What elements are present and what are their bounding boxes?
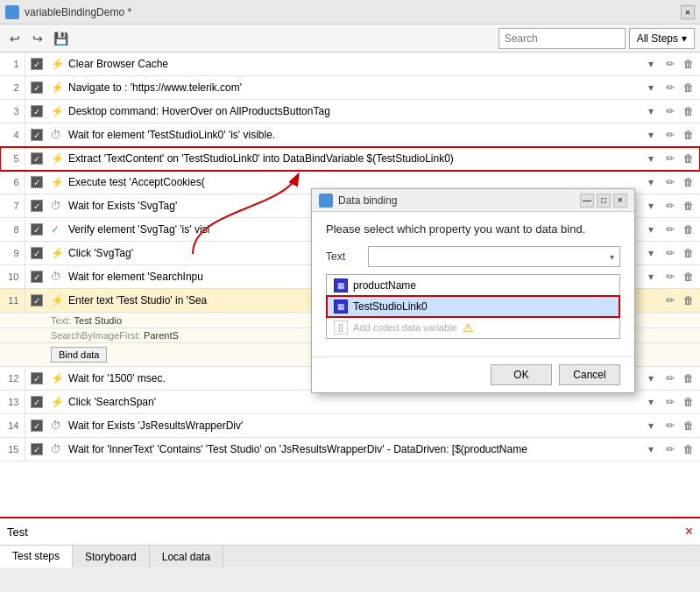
edit-icon[interactable]: ✏ <box>662 269 678 285</box>
step-checkbox[interactable]: ✓ <box>31 129 43 141</box>
delete-icon[interactable]: 🗑 <box>681 127 696 143</box>
window-close-button[interactable]: × <box>681 5 695 19</box>
expand-icon[interactable]: ▾ <box>643 56 659 72</box>
delete-icon[interactable]: 🗑 <box>681 394 696 410</box>
delete-icon[interactable]: 🗑 <box>681 103 696 119</box>
delete-icon[interactable]: 🗑 <box>681 269 696 285</box>
step-checkbox[interactable]: ✓ <box>31 152 43 165</box>
edit-icon[interactable]: ✏ <box>662 103 678 119</box>
step-checkbox[interactable]: ✓ <box>31 419 43 432</box>
expand-icon[interactable]: ▾ <box>643 269 659 285</box>
delete-icon[interactable]: 🗑 <box>681 174 696 190</box>
undo-button[interactable]: ↩ <box>5 29 25 48</box>
edit-icon[interactable]: ✏ <box>662 174 678 190</box>
dialog-maximize-button[interactable]: □ <box>597 194 611 208</box>
expand-icon[interactable]: ▾ <box>643 418 659 433</box>
delete-icon[interactable]: 🗑 <box>681 418 696 433</box>
lightning-icon: ⚡ <box>51 176 64 188</box>
all-steps-button[interactable]: All Steps ▾ <box>629 28 695 49</box>
app-icon <box>5 5 19 19</box>
table-row[interactable]: 14 ✓ ⏱ Wait for Exists 'JsResultsWrapper… <box>0 414 700 438</box>
edit-icon[interactable]: ✏ <box>662 292 678 308</box>
edit-icon[interactable]: ✏ <box>662 394 678 410</box>
search-input[interactable] <box>498 28 626 49</box>
step-checkbox[interactable]: ✓ <box>31 105 43 117</box>
edit-icon[interactable]: ✏ <box>662 127 678 143</box>
edit-icon[interactable]: ✏ <box>662 245 678 261</box>
edit-icon[interactable]: ✏ <box>662 222 678 237</box>
expand-icon[interactable]: ▾ <box>643 198 659 214</box>
delete-icon[interactable]: 🗑 <box>681 151 696 166</box>
dialog-minimize-button[interactable]: — <box>580 194 594 208</box>
table-row[interactable]: 2 ✓ ⚡ Navigate to : 'https://www.telerik… <box>0 76 700 100</box>
edit-icon[interactable]: ✏ <box>662 198 678 214</box>
table-row[interactable]: 4 ✓ ⏱ Wait for element 'TestStudioLink0'… <box>0 123 700 147</box>
expand-icon[interactable]: ▾ <box>643 394 659 410</box>
variable-item-productname[interactable]: ▦ productName <box>327 275 619 296</box>
edit-icon[interactable]: ✏ <box>662 80 678 95</box>
variable-name: productName <box>353 279 416 292</box>
expand-icon[interactable]: ▾ <box>643 103 659 119</box>
variable-item-teststudiolink0[interactable]: ▦ TestStudioLink0 <box>327 296 619 317</box>
delete-icon[interactable]: 🗑 <box>681 292 696 308</box>
step-checkbox[interactable]: ✓ <box>31 81 43 94</box>
bind-data-button[interactable]: Bind data <box>51 347 107 363</box>
bottom-search-input[interactable] <box>7 525 685 539</box>
dialog-text-label: Text <box>326 250 361 263</box>
expand-icon[interactable]: ▾ <box>643 127 659 143</box>
delete-icon[interactable]: 🗑 <box>681 198 696 214</box>
expand-icon[interactable]: ▾ <box>643 151 659 166</box>
delete-icon[interactable]: 🗑 <box>681 441 696 457</box>
step-checkbox[interactable]: ✓ <box>31 396 43 408</box>
lightning-icon: ⚡ <box>51 247 64 259</box>
lightning-icon: ⚡ <box>51 372 64 384</box>
delete-icon[interactable]: 🗑 <box>681 370 696 386</box>
dialog-close-button[interactable]: × <box>613 194 627 208</box>
edit-icon[interactable]: ✏ <box>662 151 678 166</box>
coded-var-placeholder: Add coded data variable <box>353 322 457 333</box>
redo-button[interactable]: ↪ <box>28 29 47 48</box>
delete-icon[interactable]: 🗑 <box>681 222 696 237</box>
dialog-ok-button[interactable]: OK <box>491 364 552 385</box>
bottom-search-bar: × <box>0 517 700 545</box>
variable-icon: ▦ <box>334 278 348 292</box>
tab-local-data[interactable]: Local data <box>150 546 223 567</box>
dialog-property-select[interactable]: ▾ <box>368 246 620 267</box>
variable-name: TestStudioLink0 <box>353 300 428 313</box>
table-row[interactable]: 13 ✓ ⚡ Click 'SearchSpan' ▾ ✏ 🗑 <box>0 391 700 414</box>
edit-icon[interactable]: ✏ <box>662 56 678 72</box>
table-row[interactable]: 3 ✓ ⚡ Desktop command: HoverOver on AllP… <box>0 100 700 123</box>
expand-icon[interactable]: ▾ <box>643 222 659 237</box>
dialog-cancel-button[interactable]: Cancel <box>559 364 620 385</box>
expand-icon[interactable]: ▾ <box>643 80 659 95</box>
step-checkbox[interactable]: ✓ <box>31 294 43 307</box>
table-row[interactable]: 1 ✓ ⚡ Clear Browser Cache ▾ ✏ 🗑 <box>0 53 700 76</box>
step-checkbox[interactable]: ✓ <box>31 247 43 259</box>
step-checkbox[interactable]: ✓ <box>31 200 43 212</box>
clock-icon: ⏱ <box>51 129 61 141</box>
expand-icon[interactable]: ▾ <box>643 370 659 386</box>
step-checkbox[interactable]: ✓ <box>31 372 43 384</box>
lightning-icon: ⚡ <box>51 152 64 165</box>
edit-icon[interactable]: ✏ <box>662 418 678 433</box>
tab-storyboard[interactable]: Storyboard <box>73 546 150 567</box>
expand-icon[interactable]: ▾ <box>643 174 659 190</box>
step-checkbox[interactable]: ✓ <box>31 271 43 283</box>
table-row[interactable]: 5 ✓ ⚡ Extract 'TextContent' on 'TestStud… <box>0 147 700 171</box>
search-close-icon[interactable]: × <box>685 524 693 539</box>
step-checkbox[interactable]: ✓ <box>31 223 43 236</box>
save-button[interactable]: 💾 <box>51 29 70 48</box>
expand-icon[interactable]: ▾ <box>643 245 659 261</box>
expand-icon[interactable]: ▾ <box>643 441 659 457</box>
tab-test-steps[interactable]: Test steps <box>0 546 73 567</box>
step-checkbox[interactable]: ✓ <box>31 176 43 188</box>
step-checkbox[interactable]: ✓ <box>31 443 43 455</box>
step-checkbox[interactable]: ✓ <box>31 58 43 70</box>
delete-icon[interactable]: 🗑 <box>681 56 696 72</box>
delete-icon[interactable]: 🗑 <box>681 245 696 261</box>
table-row[interactable]: 15 ✓ ⏱ Wait for 'InnerText' 'Contains' '… <box>0 438 700 462</box>
edit-icon[interactable]: ✏ <box>662 370 678 386</box>
lightning-icon: ⚡ <box>51 105 64 117</box>
delete-icon[interactable]: 🗑 <box>681 80 696 95</box>
edit-icon[interactable]: ✏ <box>662 441 678 457</box>
